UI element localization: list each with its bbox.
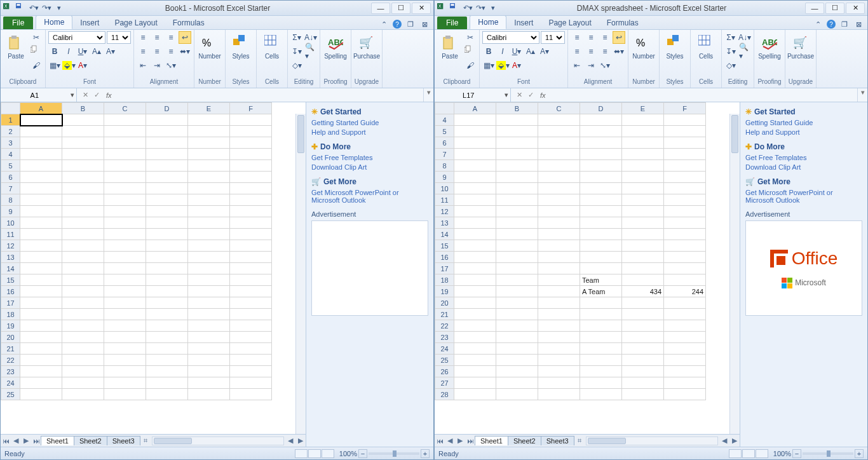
- cells-button[interactable]: Cells: [259, 31, 285, 60]
- scroll-left-button[interactable]: ◀: [719, 436, 729, 445]
- name-box-dropdown[interactable]: ▾: [503, 91, 510, 99]
- cell[interactable]: [664, 160, 706, 172]
- name-box[interactable]: [435, 91, 503, 99]
- spreadsheet-grid[interactable]: ABCDEF1234567891011121314151617181920212…: [1, 102, 306, 434]
- column-header[interactable]: B: [62, 103, 104, 114]
- cell[interactable]: [146, 160, 188, 172]
- cell[interactable]: [62, 137, 104, 149]
- cell[interactable]: [146, 126, 188, 137]
- column-header[interactable]: A: [454, 103, 496, 114]
- decrease-indent-button[interactable]: ⇤: [571, 59, 583, 72]
- cell[interactable]: [20, 172, 62, 183]
- redo-button[interactable]: ↷▾: [475, 3, 485, 13]
- autosum-button[interactable]: Σ▾: [724, 31, 737, 44]
- page-layout-tab[interactable]: Page Layout: [541, 17, 599, 29]
- cell[interactable]: [146, 252, 188, 263]
- cell[interactable]: A Team: [580, 286, 622, 297]
- cell[interactable]: [454, 355, 496, 366]
- cell[interactable]: [538, 274, 580, 286]
- cell[interactable]: [188, 160, 230, 172]
- cell[interactable]: [454, 114, 496, 126]
- spelling-button[interactable]: ABCSpelling: [757, 31, 782, 60]
- row-header[interactable]: 28: [435, 389, 454, 400]
- row-header[interactable]: 6: [435, 137, 454, 149]
- spreadsheet-grid[interactable]: ABCDEF456789101112131415161718Team19A Te…: [435, 102, 740, 434]
- cell[interactable]: [146, 389, 188, 400]
- name-box-dropdown[interactable]: ▾: [69, 91, 76, 99]
- fx-icon[interactable]: fx: [106, 91, 112, 99]
- cell[interactable]: [538, 172, 580, 183]
- row-header[interactable]: 16: [435, 252, 454, 263]
- cell[interactable]: [538, 366, 580, 377]
- cell[interactable]: [538, 240, 580, 252]
- cell[interactable]: [104, 286, 146, 297]
- cell[interactable]: [454, 252, 496, 263]
- cell[interactable]: [496, 332, 538, 343]
- row-header[interactable]: 9: [1, 206, 20, 217]
- cell[interactable]: [664, 137, 706, 149]
- cell[interactable]: [664, 183, 706, 194]
- row-header[interactable]: 9: [435, 172, 454, 183]
- cell[interactable]: [20, 297, 62, 309]
- shrink-font-button[interactable]: A▾: [538, 45, 551, 58]
- row-header[interactable]: 24: [435, 343, 454, 355]
- close-button[interactable]: ✕: [846, 3, 865, 14]
- row-header[interactable]: 20: [1, 332, 20, 343]
- cell[interactable]: [230, 274, 272, 286]
- cell[interactable]: [622, 137, 664, 149]
- save-button[interactable]: [16, 3, 26, 13]
- cell[interactable]: [62, 355, 104, 366]
- cell[interactable]: [580, 183, 622, 194]
- cell[interactable]: [454, 172, 496, 183]
- row-header[interactable]: 22: [435, 320, 454, 332]
- page-layout-view-button[interactable]: [742, 449, 755, 458]
- cell[interactable]: [664, 194, 706, 206]
- font-size-select[interactable]: 11: [541, 31, 565, 44]
- row-header[interactable]: 22: [1, 355, 20, 366]
- cell[interactable]: [496, 114, 538, 126]
- cell[interactable]: [664, 172, 706, 183]
- name-box[interactable]: [1, 91, 69, 99]
- cell[interactable]: [146, 229, 188, 240]
- home-tab[interactable]: Home: [36, 15, 72, 29]
- cell[interactable]: [496, 355, 538, 366]
- align-middle-button[interactable]: ≡: [585, 31, 597, 44]
- row-header[interactable]: 12: [435, 206, 454, 217]
- wrap-text-button[interactable]: ↩: [613, 31, 625, 44]
- copy-button[interactable]: [30, 45, 43, 58]
- align-left-button[interactable]: ≡: [571, 45, 583, 58]
- align-center-button[interactable]: ≡: [151, 45, 163, 58]
- cell[interactable]: [146, 240, 188, 252]
- cell-styles-button[interactable]: Styles: [662, 31, 688, 60]
- cell[interactable]: [62, 320, 104, 332]
- cell[interactable]: [104, 217, 146, 229]
- cell[interactable]: [454, 343, 496, 355]
- sort-filter-button[interactable]: A↓▾: [304, 31, 317, 44]
- cell[interactable]: [20, 355, 62, 366]
- font-name-select[interactable]: Calibri: [482, 31, 539, 44]
- cell[interactable]: Team: [580, 274, 622, 286]
- maximize-button[interactable]: ☐: [391, 3, 410, 14]
- cell[interactable]: [454, 263, 496, 274]
- cell[interactable]: [104, 114, 146, 126]
- cell[interactable]: [230, 263, 272, 274]
- orientation-button[interactable]: ⤡▾: [599, 59, 611, 72]
- cell[interactable]: [104, 137, 146, 149]
- cell[interactable]: [146, 137, 188, 149]
- minimize-ribbon-icon[interactable]: ⌃: [813, 19, 823, 29]
- cell[interactable]: [496, 183, 538, 194]
- zoom-out-button[interactable]: −: [358, 449, 367, 458]
- cell[interactable]: [62, 114, 104, 126]
- cell[interactable]: [146, 332, 188, 343]
- cell[interactable]: [62, 297, 104, 309]
- cell[interactable]: [496, 377, 538, 389]
- cell[interactable]: [104, 274, 146, 286]
- cell[interactable]: [104, 252, 146, 263]
- decrease-indent-button[interactable]: ⇤: [137, 59, 149, 72]
- cell[interactable]: [454, 126, 496, 137]
- cell[interactable]: [538, 355, 580, 366]
- row-header[interactable]: 14: [1, 263, 20, 274]
- cell[interactable]: [538, 194, 580, 206]
- cell[interactable]: [454, 320, 496, 332]
- cell[interactable]: [104, 297, 146, 309]
